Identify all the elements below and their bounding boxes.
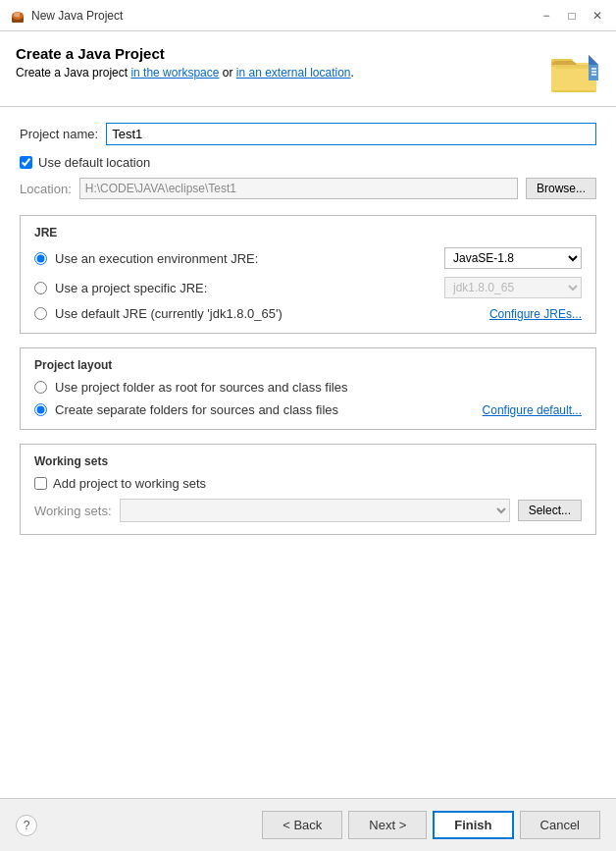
jre-option3-label[interactable]: Use default JRE (currently 'jdk1.8.0_65'… <box>55 306 482 321</box>
svg-rect-7 <box>555 67 592 69</box>
project-name-row: Project name: <box>20 123 596 145</box>
working-sets-input-row: Working sets: Select... <box>34 499 582 522</box>
browse-button[interactable]: Browse... <box>526 178 596 199</box>
layout-section: Project layout Use project folder as roo… <box>20 347 596 430</box>
layout-option2-radio[interactable] <box>34 403 47 416</box>
jre-option2-dropdown-container: jdk1.8.0_65 <box>444 277 582 298</box>
jre-option2-select: jdk1.8.0_65 <box>444 277 582 298</box>
layout-section-title: Project layout <box>34 358 582 372</box>
layout-option1-label[interactable]: Use project folder as root for sources a… <box>55 380 582 395</box>
jre-option1-radio[interactable] <box>34 252 47 265</box>
jre-section: JRE Use an execution environment JRE: Ja… <box>20 215 596 334</box>
jre-option1-label[interactable]: Use an execution environment JRE: <box>55 251 436 266</box>
title-bar-controls: − □ ✕ <box>538 7 606 25</box>
dialog-header: Create a Java Project Create a Java proj… <box>0 31 616 107</box>
external-location-link[interactable]: in an external location <box>236 66 351 80</box>
jre-option3-radio[interactable] <box>34 307 47 320</box>
jre-section-title: JRE <box>34 226 582 239</box>
next-button[interactable]: Next > <box>348 811 427 839</box>
jre-option3-row: Use default JRE (currently 'jdk1.8.0_65'… <box>34 306 582 321</box>
jre-option1-dropdown-container: JavaSE-1.8 <box>444 247 582 269</box>
working-sets-select <box>120 499 510 522</box>
maximize-button[interactable]: □ <box>563 7 581 25</box>
svg-marker-10 <box>589 55 598 65</box>
add-working-sets-label[interactable]: Add project to working sets <box>53 476 206 491</box>
working-sets-title: Working sets <box>34 454 582 468</box>
app-icon <box>10 8 26 24</box>
jre-option2-label[interactable]: Use a project specific JRE: <box>55 281 436 295</box>
close-button[interactable]: ✕ <box>589 7 606 25</box>
configure-jres-link[interactable]: Configure JREs... <box>489 307 582 321</box>
configure-default-link[interactable]: Configure default... <box>483 403 582 417</box>
layout-option1-radio[interactable] <box>34 381 47 394</box>
dialog-header-text: Create a Java Project Create a Java proj… <box>16 45 538 80</box>
jre-option2-radio[interactable] <box>34 282 47 294</box>
workspace-link[interactable]: in the workspace <box>130 66 219 80</box>
add-working-sets-checkbox[interactable] <box>34 477 47 490</box>
use-default-location-label[interactable]: Use default location <box>38 155 150 170</box>
jre-option1-row: Use an execution environment JRE: JavaSE… <box>34 247 582 269</box>
dialog-footer: ? < Back Next > Finish Cancel <box>0 798 616 851</box>
jre-option2-row: Use a project specific JRE: jdk1.8.0_65 <box>34 277 582 298</box>
cancel-button[interactable]: Cancel <box>520 811 600 839</box>
dialog-title: Create a Java Project <box>16 45 538 62</box>
layout-option1-row: Use project folder as root for sources a… <box>34 380 582 395</box>
layout-option2-row: Create separate folders for sources and … <box>34 402 582 417</box>
jre-option1-select[interactable]: JavaSE-1.8 <box>444 247 582 269</box>
title-bar-text: New Java Project <box>31 9 532 23</box>
project-name-input[interactable] <box>106 123 596 145</box>
location-row: Location: Browse... <box>20 178 596 199</box>
layout-option2-label[interactable]: Create separate folders for sources and … <box>55 402 475 417</box>
dialog-description: Create a Java project in the workspace o… <box>16 66 538 80</box>
help-button[interactable]: ? <box>16 815 37 836</box>
working-sets-label: Working sets: <box>34 504 112 518</box>
location-input <box>79 178 518 199</box>
finish-button[interactable]: Finish <box>433 811 513 839</box>
dialog: Create a Java Project Create a Java proj… <box>0 31 616 851</box>
svg-rect-3 <box>20 13 23 18</box>
minimize-button[interactable]: − <box>538 7 555 25</box>
dialog-content: Project name: Use default location Locat… <box>0 107 616 798</box>
add-working-sets-row: Add project to working sets <box>34 476 582 491</box>
title-bar: New Java Project − □ ✕ <box>0 0 616 31</box>
folder-icon <box>549 45 600 96</box>
project-name-label: Project name: <box>20 127 98 141</box>
working-sets-section: Working sets Add project to working sets… <box>20 444 596 535</box>
footer-buttons: < Back Next > Finish Cancel <box>262 811 600 839</box>
location-label: Location: <box>20 182 72 196</box>
use-default-location-checkbox[interactable] <box>20 156 32 169</box>
select-button[interactable]: Select... <box>518 500 582 521</box>
use-default-location-row: Use default location <box>20 155 596 170</box>
back-button[interactable]: < Back <box>262 811 342 839</box>
